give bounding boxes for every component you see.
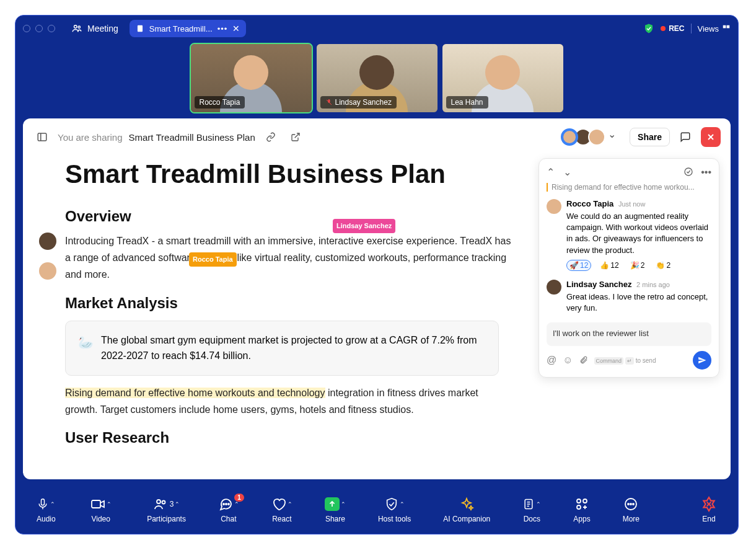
- chevron-up-icon[interactable]: ⌃: [536, 501, 541, 507]
- svg-point-17: [228, 503, 229, 505]
- comment-time: 2 mins ago: [636, 281, 670, 288]
- comment-item: Rocco Tapia Just now We could do an augm…: [547, 199, 711, 271]
- svg-point-16: [226, 503, 227, 505]
- chevron-up-icon[interactable]: ⌃: [107, 501, 112, 507]
- ctrl-label: Share: [325, 515, 345, 523]
- doc-icon: [136, 24, 144, 33]
- share-screen-icon: [325, 497, 340, 511]
- svg-point-14: [162, 501, 165, 504]
- svg-point-13: [157, 500, 160, 503]
- research-heading: User Research: [65, 429, 688, 446]
- share-button[interactable]: ⌃ Share: [320, 496, 351, 523]
- control-bar: ⌃ Audio ⌃ Video 3 ⌃ Participants: [15, 486, 738, 534]
- traffic-light-close-icon[interactable]: [23, 25, 30, 32]
- ai-companion-button[interactable]: AI Companion: [438, 496, 495, 523]
- mic-muted-icon: [325, 99, 333, 106]
- ctrl-label: Video: [91, 515, 110, 523]
- audio-button[interactable]: ⌃ Audio: [32, 496, 61, 523]
- chevron-up-icon[interactable]: ⌃: [288, 501, 292, 507]
- ctrl-label: Audio: [37, 515, 56, 523]
- doc-tab[interactable]: Smart Treadmill... ••• ✕: [130, 20, 247, 37]
- reaction-clap[interactable]: 👏2: [653, 260, 673, 271]
- meeting-tab-label: Meeting: [87, 24, 118, 33]
- swan-icon: 🦢: [78, 332, 94, 364]
- rec-dot-icon: [661, 26, 666, 31]
- ctrl-label: End: [702, 515, 715, 523]
- chevron-down-icon[interactable]: ⌄: [608, 128, 616, 146]
- video-strip: Rocco Tapia Lindsay Sanchez Lea Hahn: [15, 42, 738, 115]
- chat-button[interactable]: 1 ⌃ Chat: [213, 496, 244, 523]
- callout-text: The global smart gym equipment market is…: [101, 332, 486, 364]
- reaction-thumbsup[interactable]: 👍12: [597, 260, 621, 271]
- emoji-icon[interactable]: ☺: [563, 355, 573, 366]
- sidebar-toggle-icon[interactable]: [33, 128, 51, 146]
- apps-button[interactable]: Apps: [568, 496, 595, 523]
- people-icon: [153, 497, 168, 512]
- sparkle-icon: [459, 497, 474, 512]
- end-button[interactable]: End: [696, 496, 722, 523]
- comment-icon[interactable]: [676, 128, 695, 146]
- comment-author: Rocco Tapia: [566, 199, 613, 208]
- close-icon: [706, 132, 716, 142]
- reply-input[interactable]: I'll work on the reviewer list: [547, 322, 711, 346]
- apps-icon: [574, 497, 589, 512]
- highlighted-text: Rising demand for effective home workout…: [65, 388, 325, 398]
- chevron-up-icon[interactable]: ⌃: [175, 501, 180, 507]
- recording-indicator[interactable]: REC: [661, 24, 684, 33]
- views-button[interactable]: Views: [698, 24, 731, 33]
- host-tools-button[interactable]: ⌃ Host tools: [373, 496, 416, 523]
- doc-tab-label: Smart Treadmill...: [149, 24, 213, 33]
- svg-point-27: [630, 503, 631, 505]
- svg-point-0: [74, 25, 77, 29]
- chevron-up-icon[interactable]: ⌃: [341, 501, 346, 507]
- send-button[interactable]: [693, 351, 711, 370]
- chevron-up-icon[interactable]: ⌃: [547, 166, 555, 178]
- traffic-light-min-icon[interactable]: [35, 25, 43, 32]
- reaction-party[interactable]: 🎉2: [628, 260, 648, 271]
- avatar-stack[interactable]: ⌄: [565, 128, 616, 146]
- avatar: [561, 128, 578, 146]
- more-icon[interactable]: •••: [701, 167, 711, 178]
- participant-name: Lindsay Sanchez: [335, 98, 392, 107]
- video-tile-lea[interactable]: Lea Hahn: [442, 44, 563, 112]
- market-paragraph: Rising demand for effective home workout…: [65, 384, 499, 418]
- share-button[interactable]: Share: [630, 128, 670, 146]
- ctrl-label: Chat: [221, 515, 236, 523]
- comment-context: Rising demand for effective home workou.…: [547, 183, 711, 192]
- chevron-down-icon[interactable]: ⌄: [563, 166, 571, 178]
- stop-share-button[interactable]: [701, 127, 721, 147]
- chevron-up-icon[interactable]: ⌃: [50, 501, 55, 507]
- link-icon[interactable]: [262, 128, 280, 146]
- svg-rect-12: [92, 500, 100, 508]
- shield-check-icon[interactable]: [643, 23, 654, 34]
- people-icon: [71, 23, 82, 34]
- svg-point-1: [78, 26, 80, 28]
- window-controls[interactable]: [23, 25, 55, 32]
- react-button[interactable]: ⌃ React: [266, 496, 297, 523]
- more-button[interactable]: More: [618, 496, 644, 523]
- video-tile-lindsay[interactable]: Lindsay Sanchez: [317, 44, 437, 112]
- collab-avatar-icon: [39, 233, 56, 250]
- video-tile-rocco[interactable]: Rocco Tapia: [191, 44, 312, 112]
- svg-rect-2: [138, 25, 143, 32]
- docs-button[interactable]: ⌃ Docs: [517, 496, 546, 523]
- chevron-up-icon[interactable]: ⌃: [234, 501, 239, 507]
- video-button[interactable]: ⌃ Video: [86, 496, 116, 523]
- close-tab-icon[interactable]: ✕: [232, 24, 240, 33]
- traffic-light-max-icon[interactable]: [48, 25, 55, 32]
- chevron-up-icon[interactable]: ⌃: [400, 501, 405, 507]
- cursor-tag-lindsay: Lindsay Sanchez: [333, 219, 395, 233]
- open-external-icon[interactable]: [286, 128, 305, 146]
- participants-button[interactable]: 3 ⌃ Participants: [142, 496, 191, 523]
- mention-icon[interactable]: @: [547, 355, 556, 366]
- more-icon[interactable]: •••: [218, 24, 228, 33]
- avatar: [588, 128, 605, 146]
- send-hint: Command ↵ to send: [594, 357, 656, 364]
- ctrl-label: AI Companion: [443, 515, 490, 523]
- attachment-icon[interactable]: [579, 356, 588, 365]
- document-panel: You are sharing Smart Treadmill Business…: [23, 118, 731, 479]
- svg-point-23: [583, 499, 587, 503]
- reaction-rocket[interactable]: 🚀12: [566, 260, 591, 271]
- resolve-icon[interactable]: [683, 167, 693, 177]
- meeting-tab[interactable]: Meeting: [66, 20, 123, 37]
